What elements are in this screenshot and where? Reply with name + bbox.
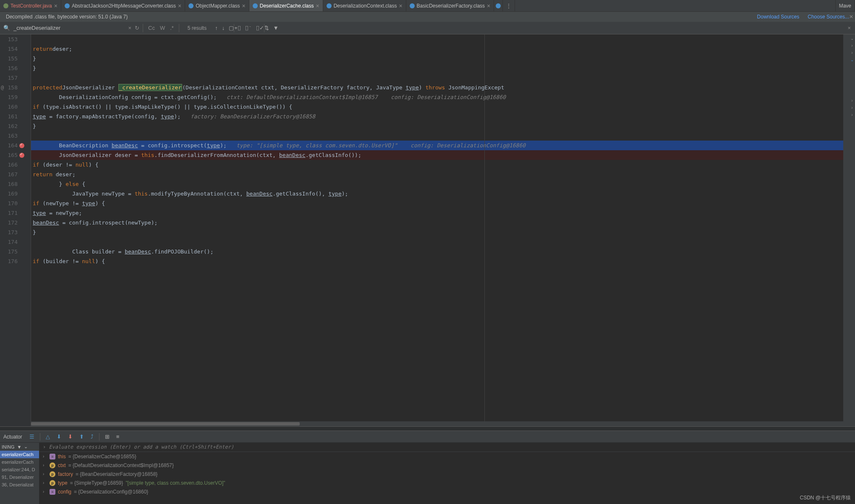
choose-sources-link[interactable]: Choose Sources... xyxy=(808,14,849,20)
chevron-right-icon[interactable]: › xyxy=(43,454,47,459)
download-sources-link[interactable]: Download Sources xyxy=(757,14,800,20)
variable-row[interactable]: ›pctxt = {DefaultDeserializationContext$… xyxy=(39,461,855,470)
prev-match-icon[interactable]: ↑ xyxy=(215,25,218,31)
collapse-icon[interactable]: ⌄ xyxy=(850,57,854,62)
line-number[interactable]: 172 xyxy=(0,218,25,227)
history-icon[interactable]: ↻ xyxy=(135,25,139,31)
filter-sort-icon[interactable]: ⇅ xyxy=(264,25,269,31)
settings-icon[interactable]: ≡ xyxy=(115,433,121,440)
horizontal-scrollbar[interactable] xyxy=(31,421,843,426)
tab-basicdeserializerfactory[interactable]: BasicDeserializerFactory.class× xyxy=(406,0,494,11)
line-number[interactable]: 155 xyxy=(0,54,25,63)
select-occurrences-icon[interactable]: ⌷✓ xyxy=(256,25,264,31)
override-icon[interactable]: @ xyxy=(1,85,4,91)
expand-icon[interactable]: › xyxy=(851,112,852,117)
code-line[interactable]: protected JsonDeserializer _createDeseri… xyxy=(31,83,843,92)
actuator-label[interactable]: Actuator xyxy=(2,434,24,440)
remove-selection-icon[interactable]: ⌷⁻ xyxy=(245,25,252,31)
find-search-box[interactable]: 🔍 × ↻ xyxy=(0,25,143,31)
variable-row[interactable]: ›ptype = {SimpleType@16859} "[simple typ… xyxy=(39,478,855,487)
filter-icon[interactable]: ▼ xyxy=(17,444,22,449)
close-icon[interactable]: × xyxy=(54,3,58,9)
line-number[interactable]: 161 xyxy=(0,112,25,121)
code-line[interactable]: if (builder != null) { xyxy=(31,256,843,266)
stack-frame[interactable]: eserializerCach xyxy=(0,451,39,458)
match-case-icon[interactable]: Cc xyxy=(148,25,155,31)
fold-column[interactable] xyxy=(25,34,31,426)
code-editor[interactable]: return deser; } } protected JsonDeserial… xyxy=(31,34,843,426)
line-number[interactable]: 160 xyxy=(0,102,25,112)
code-line[interactable]: type = newType; xyxy=(31,208,843,218)
dropdown-icon[interactable]: ⌄ xyxy=(24,444,28,449)
line-number[interactable]: 165 xyxy=(0,150,25,160)
tab-compact[interactable] xyxy=(494,0,503,11)
line-number[interactable]: 173 xyxy=(0,227,25,237)
chevron-right-icon[interactable]: › xyxy=(43,480,47,485)
restore-layout-icon[interactable]: △ xyxy=(44,433,51,440)
close-banner-icon[interactable]: ✕ xyxy=(849,14,853,20)
stack-frame[interactable]: eserializerCach xyxy=(0,458,39,466)
panel-resize-handle[interactable] xyxy=(0,427,855,431)
code-line[interactable] xyxy=(31,73,843,83)
code-line[interactable]: Class builder = beanDesc.findPOJOBuilder… xyxy=(31,247,843,256)
marker-bar[interactable] xyxy=(843,34,849,426)
line-number[interactable]: 174 xyxy=(0,237,25,247)
collapse-icon[interactable]: ⌄ xyxy=(850,36,854,41)
code-line[interactable]: } xyxy=(31,121,843,131)
scrollbar-thumb[interactable] xyxy=(31,422,300,426)
variable-row[interactable]: ›≡config = {DeserializationConfig@16860} xyxy=(39,487,855,496)
code-line[interactable] xyxy=(31,34,843,44)
regex-icon[interactable]: .* xyxy=(170,25,174,31)
words-icon[interactable]: W xyxy=(160,25,165,31)
line-number[interactable]: 176 xyxy=(0,256,25,266)
code-line[interactable]: return deser; xyxy=(31,44,843,54)
tab-objectmapper[interactable]: ObjectMapper.class× xyxy=(185,0,249,11)
chevron-right-icon[interactable]: › xyxy=(43,472,47,476)
up-icon[interactable]: ⬆ xyxy=(78,433,85,440)
code-line[interactable]: } xyxy=(31,54,843,63)
line-number[interactable]: 157 xyxy=(0,73,25,83)
line-number[interactable]: 153 xyxy=(0,34,25,44)
stack-frame[interactable]: 91, Deserializer xyxy=(0,473,39,481)
code-line[interactable] xyxy=(31,131,843,141)
stack-frame[interactable]: serializer:244, D xyxy=(0,466,39,473)
code-line[interactable]: return deser; xyxy=(31,170,843,179)
line-number[interactable]: 163 xyxy=(0,131,25,141)
code-line[interactable]: } xyxy=(31,227,843,237)
step-icon[interactable]: ⤴ xyxy=(89,433,95,440)
down-icon[interactable]: ⬇ xyxy=(55,433,63,440)
line-number[interactable]: 158@ xyxy=(0,83,25,92)
line-number[interactable]: 170 xyxy=(0,198,25,208)
tab-abstractjackson[interactable]: AbstractJackson2HttpMessageConverter.cla… xyxy=(61,0,185,11)
stack-frame[interactable]: 36, Deserializat xyxy=(0,481,39,488)
code-line[interactable] xyxy=(31,237,843,247)
close-icon[interactable]: × xyxy=(487,3,490,9)
clear-icon[interactable]: × xyxy=(128,25,131,31)
line-number[interactable]: 168 xyxy=(0,179,25,189)
close-icon[interactable]: × xyxy=(399,3,402,9)
line-number[interactable]: 166 xyxy=(0,160,25,170)
line-number[interactable]: 154 xyxy=(0,44,25,54)
code-line[interactable]: beanDesc = config.introspect(newType); xyxy=(31,218,843,227)
code-line[interactable]: if (newType != type) { xyxy=(31,198,843,208)
close-icon[interactable]: × xyxy=(316,3,319,9)
tab-deserializercache[interactable]: DeserializerCache.class× xyxy=(249,0,323,11)
code-line[interactable]: if (deser != null) { xyxy=(31,160,843,170)
next-match-icon[interactable]: ↓ xyxy=(222,25,225,31)
right-tool-maven[interactable]: Mave xyxy=(835,0,855,11)
evaluate-input[interactable]: › Evaluate expression (Enter) or add a w… xyxy=(39,443,855,452)
line-number[interactable]: 156 xyxy=(0,63,25,73)
close-icon[interactable]: × xyxy=(178,3,181,9)
down2-icon[interactable]: ⬇ xyxy=(67,433,74,440)
line-number[interactable]: 162 xyxy=(0,121,25,131)
code-line[interactable]: DeserializationConfig config = ctxt.getC… xyxy=(31,92,843,102)
chevron-right-icon[interactable]: › xyxy=(43,463,47,467)
code-line[interactable]: JsonDeserializer deser = this.findDeseri… xyxy=(31,150,843,160)
breakpoint-icon[interactable] xyxy=(19,143,24,148)
code-line[interactable]: type = factory.mapAbstractType(config, t… xyxy=(31,112,843,121)
tab-deserializationcontext[interactable]: DeserializationContext.class× xyxy=(323,0,406,11)
filter-icon[interactable]: ▼ xyxy=(273,25,279,31)
line-number[interactable]: 171 xyxy=(0,208,25,218)
expand-icon[interactable]: › xyxy=(851,105,852,110)
variable-row[interactable]: ›≡this = {DeserializerCache@16855} xyxy=(39,452,855,461)
